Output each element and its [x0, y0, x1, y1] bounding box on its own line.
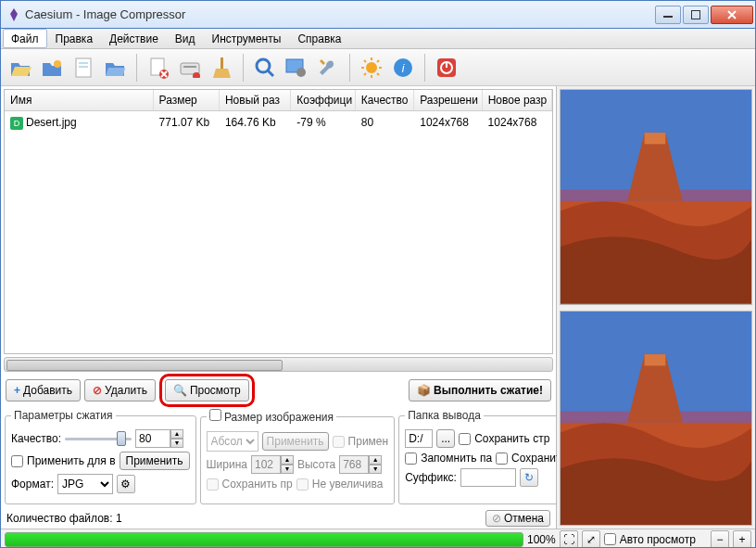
spin-down-icon[interactable]: ▼: [170, 439, 183, 448]
resize-enable-checkbox[interactable]: [209, 409, 221, 421]
cell-quality: 80: [356, 114, 414, 132]
svg-point-15: [366, 62, 377, 73]
preview-compressed: [560, 311, 752, 527]
progress-bar: [5, 532, 523, 547]
compress-icon: 📦: [417, 384, 431, 397]
wrench-icon[interactable]: [312, 52, 344, 83]
resize-apply-button[interactable]: Применить: [262, 432, 329, 451]
quality-label: Качество:: [11, 432, 61, 445]
menu-file[interactable]: Файл: [3, 29, 47, 48]
keep-struct-checkbox[interactable]: [459, 433, 471, 445]
power-icon[interactable]: [431, 52, 462, 83]
horizontal-scrollbar[interactable]: [4, 357, 553, 372]
toolbar-separator: [136, 54, 137, 82]
minus-icon: −: [716, 533, 723, 546]
no-upscale-checkbox[interactable]: [296, 478, 309, 491]
preview-button[interactable]: 🔍Просмотр: [165, 379, 249, 401]
format-select[interactable]: JPG: [57, 474, 113, 494]
add-button[interactable]: +Добавить: [6, 379, 81, 401]
output-legend: Папка вывода: [405, 409, 484, 422]
folder-sun-icon[interactable]: [36, 52, 68, 83]
svg-rect-1: [691, 10, 700, 19]
svg-point-12: [257, 59, 270, 72]
zoom-in-button[interactable]: +: [733, 530, 751, 549]
col-ratio[interactable]: Коэффици: [291, 90, 355, 110]
output-path-input[interactable]: [405, 429, 433, 448]
plus-icon: +: [14, 384, 20, 397]
menu-help[interactable]: Справка: [289, 29, 349, 48]
actual-size-button[interactable]: ⤢: [582, 530, 600, 549]
cell-name: Desert.jpg: [26, 116, 77, 129]
menu-action[interactable]: Действие: [101, 29, 167, 48]
height-input[interactable]: [339, 455, 369, 474]
svg-text:i: i: [402, 62, 405, 75]
keep-ratio-checkbox[interactable]: [207, 478, 219, 491]
info-icon[interactable]: i: [387, 52, 419, 83]
cancel-button[interactable]: ⊘Отмена: [485, 510, 550, 527]
close-button[interactable]: [711, 6, 753, 24]
col-resolution[interactable]: Разрешени: [414, 90, 482, 110]
menu-view[interactable]: Вид: [167, 29, 204, 48]
quality-input[interactable]: [135, 429, 170, 448]
picture-gear-icon[interactable]: [281, 52, 312, 83]
apply-button[interactable]: Применить: [120, 452, 190, 470]
col-new-resolution[interactable]: Новое разр: [483, 90, 552, 110]
drive-icon[interactable]: [174, 52, 206, 83]
doc-delete-icon[interactable]: [143, 52, 174, 83]
minimize-button[interactable]: [655, 6, 681, 24]
save-in-checkbox[interactable]: [496, 452, 508, 465]
folder-plain-icon[interactable]: [99, 52, 131, 83]
compress-button[interactable]: 📦Выполнить сжатие!: [409, 379, 551, 401]
zoom-out-button[interactable]: −: [711, 530, 729, 549]
cell-ratio: -79 %: [291, 114, 355, 132]
menu-edit[interactable]: Правка: [47, 29, 102, 48]
magnifier-icon[interactable]: [249, 52, 281, 83]
file-table: Имя Размер Новый раз Коэффици Качество Р…: [4, 89, 553, 354]
cell-new-size: 164.76 Kb: [220, 114, 291, 132]
suffix-reset-button[interactable]: ↻: [520, 468, 538, 487]
right-pane: [557, 86, 755, 529]
sun-icon[interactable]: [356, 52, 387, 83]
table-row[interactable]: DDesert.jpg 771.07 Kb 164.76 Kb -79 % 80…: [5, 111, 552, 134]
resize-mode-select[interactable]: Абсолю: [207, 431, 258, 452]
menu-tools[interactable]: Инструменты: [204, 29, 290, 48]
col-size[interactable]: Размер: [154, 90, 220, 110]
statusbar: 100% ⛶ ⤢ Авто просмотр − +: [1, 529, 755, 548]
remember-checkbox[interactable]: [405, 452, 417, 465]
svg-rect-4: [79, 62, 88, 64]
gear-icon: ⚙: [120, 478, 131, 491]
svg-point-14: [296, 68, 306, 77]
progress-percent: 100%: [527, 533, 556, 546]
document-icon[interactable]: [68, 52, 99, 83]
suffix-label: Суффикс:: [405, 471, 457, 484]
app-icon: [6, 7, 21, 22]
maximize-button[interactable]: [683, 6, 709, 24]
width-input[interactable]: [251, 455, 281, 474]
magnifier-icon: 🔍: [173, 384, 187, 397]
suffix-input[interactable]: [460, 468, 516, 487]
col-name[interactable]: Имя: [5, 90, 154, 110]
spin-up-icon[interactable]: ▲: [170, 429, 183, 439]
resize-fieldset: Размер изображения Абсолю Применить Прим…: [200, 409, 396, 504]
remove-button[interactable]: ⊘Удалить: [84, 379, 156, 401]
apply-all-checkbox[interactable]: [11, 455, 23, 467]
col-new-size[interactable]: Новый раз: [220, 90, 291, 110]
quality-slider[interactable]: [65, 429, 132, 448]
broom-icon[interactable]: [206, 52, 237, 83]
auto-preview-checkbox[interactable]: [604, 533, 616, 545]
forbidden-icon: ⊘: [93, 384, 102, 397]
format-settings-button[interactable]: ⚙: [117, 475, 135, 493]
folder-open-icon[interactable]: [5, 52, 36, 83]
count-row: Количество файлов: 1 ⊘Отмена: [1, 508, 556, 529]
resize-apply-checkbox[interactable]: [333, 436, 345, 448]
fit-icon: ⛶: [563, 533, 574, 546]
titlebar: Caesium - Image Compressor: [1, 1, 755, 29]
toolbar-separator: [349, 54, 350, 82]
col-quality[interactable]: Качество: [356, 90, 415, 110]
window-title: Caesium - Image Compressor: [25, 7, 653, 21]
toolbar-separator: [243, 54, 244, 82]
quality-spin[interactable]: ▲▼: [135, 429, 183, 448]
browse-button[interactable]: ...: [436, 429, 455, 448]
fit-button[interactable]: ⛶: [560, 530, 578, 549]
compression-legend: Параметры сжатия: [11, 409, 116, 422]
